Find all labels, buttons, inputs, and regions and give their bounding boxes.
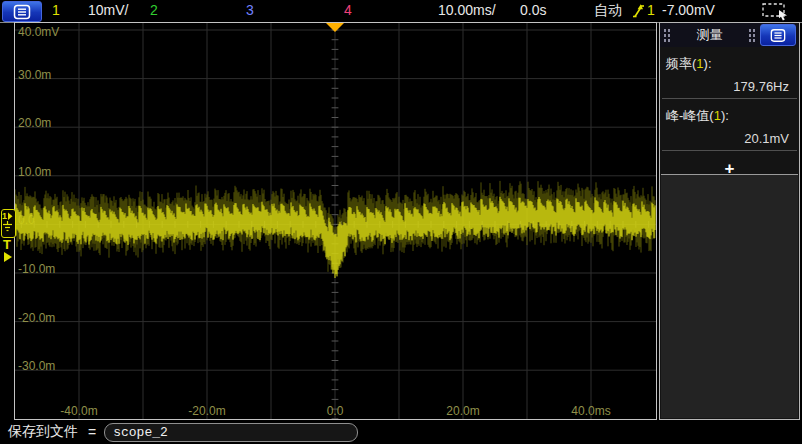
filename-input[interactable] bbox=[104, 423, 358, 442]
bottom-save-bar: 保存到文件 = bbox=[0, 420, 802, 444]
trigger-mode-button[interactable]: 自动 bbox=[594, 0, 622, 21]
measurement-2-label: 峰-峰值(1): bbox=[660, 99, 799, 125]
dashed-selection-box-icon bbox=[762, 3, 790, 21]
channel-3-button[interactable]: 3 bbox=[246, 0, 254, 21]
svg-text:1: 1 bbox=[2, 211, 7, 221]
panel-drag-handle-right[interactable] bbox=[748, 28, 756, 43]
trigger-source[interactable]: 1 bbox=[647, 0, 655, 21]
waveform-display[interactable]: 40.0mV30.0m20.0m10.0m0.0-10.0m-20.0m-30.… bbox=[14, 22, 657, 420]
trigger-level-marker-label[interactable]: T bbox=[3, 237, 11, 252]
trigger-level-marker-arrow[interactable] bbox=[4, 252, 12, 262]
channel-1-button[interactable]: 1 bbox=[52, 0, 60, 21]
trigger-level-value[interactable]: -7.00mV bbox=[662, 0, 715, 21]
channel-4-button[interactable]: 4 bbox=[344, 0, 352, 21]
equals-sign: = bbox=[88, 424, 96, 440]
divider bbox=[662, 150, 797, 151]
hamburger-menu-icon bbox=[770, 28, 786, 43]
hamburger-menu-icon bbox=[13, 4, 31, 20]
save-to-file-label: 保存到文件 bbox=[8, 423, 78, 441]
channel-1-waveform bbox=[15, 23, 656, 419]
timebase-value[interactable]: 10.00ms/ bbox=[438, 0, 496, 21]
panel-drag-handle-left[interactable] bbox=[663, 28, 671, 43]
top-status-bar: 1 10mV/ 2 3 4 10.00ms/ 0.0s 自动 1 -7.00mV bbox=[0, 0, 802, 23]
channel-1-ground-marker[interactable]: 1 bbox=[1, 209, 16, 238]
oscilloscope-screen: 1 10mV/ 2 3 4 10.00ms/ 0.0s 自动 1 -7.00mV… bbox=[0, 0, 802, 444]
measure-panel: 测量 频率(1): 179.76Hz 峰-峰值(1): 20.1mV + bbox=[659, 22, 800, 420]
measure-panel-menu-button[interactable] bbox=[760, 24, 796, 46]
measurement-1-label: 频率(1): bbox=[660, 47, 799, 73]
measure-panel-title: 测量 bbox=[671, 26, 748, 44]
measure-panel-header: 测量 bbox=[660, 23, 799, 47]
trigger-position-marker bbox=[326, 23, 344, 32]
channel-2-button[interactable]: 2 bbox=[150, 0, 158, 21]
measurement-1-value: 179.76Hz bbox=[660, 73, 799, 98]
measurement-2-value: 20.1mV bbox=[660, 125, 799, 150]
main-menu-button[interactable] bbox=[2, 1, 42, 22]
horizontal-delay-value[interactable]: 0.0s bbox=[520, 0, 546, 21]
measure-panel-empty-area bbox=[661, 174, 798, 418]
channel-1-scale[interactable]: 10mV/ bbox=[88, 0, 128, 21]
